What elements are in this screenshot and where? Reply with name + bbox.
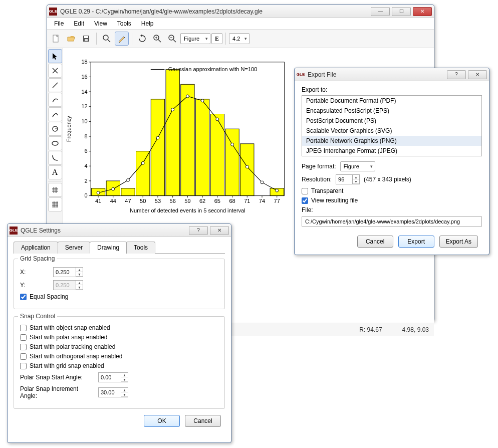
svg-rect-3 [85, 39, 88, 41]
export-as-button[interactable]: Export As [439, 236, 478, 248]
save-file-icon[interactable] [79, 32, 93, 46]
zoom-out-icon[interactable] [165, 32, 179, 46]
polar-start-label: Polar Snap Start Angle: [20, 374, 94, 381]
polar-tracking-check[interactable]: Start with polar tracking enabled [20, 343, 218, 350]
file-path-input[interactable] [302, 216, 482, 227]
line-tool-icon[interactable] [48, 78, 62, 92]
menu-edit[interactable]: Edit [70, 19, 88, 28]
format-item[interactable]: Scalable Vector Graphics (SVG) [302, 126, 481, 136]
polar-snap-check[interactable]: Start with polar snap enabled [20, 334, 218, 341]
format-list[interactable]: Portable Document Format (PDF)Encapsulat… [302, 95, 482, 156]
svg-point-50 [156, 136, 159, 139]
arc-tool-icon[interactable] [48, 93, 62, 107]
app-icon: GLE [49, 8, 57, 16]
tangent-tool-icon[interactable] [48, 107, 62, 121]
format-item[interactable]: Portable Document Format (PDF) [302, 96, 481, 106]
format-item[interactable]: JPEG Interchange Format (JPEG) [302, 146, 481, 156]
polar-start-input[interactable] [99, 373, 121, 382]
grid-snap-check[interactable]: Start with grid snap enabled [20, 362, 218, 369]
export-cancel-button[interactable]: Cancel [357, 236, 393, 248]
grid2-tool-icon[interactable] [48, 197, 62, 211]
text-tool-icon[interactable]: A [48, 165, 62, 179]
cancel-button[interactable]: Cancel [185, 415, 221, 427]
maximize-button[interactable]: ☐ [392, 7, 411, 16]
transparent-check[interactable]: Transparent [302, 187, 482, 194]
svg-line-15 [53, 83, 58, 88]
equal-spacing-check[interactable]: Equal Spacing [20, 293, 218, 300]
grid-tool-icon[interactable] [48, 183, 62, 197]
format-item[interactable]: Encapsulated PostScript (EPS) [302, 106, 481, 116]
menu-view[interactable]: View [90, 19, 111, 28]
resolution-stepper[interactable]: ▲▼ [336, 174, 360, 184]
zoom-in-icon[interactable] [150, 32, 164, 46]
svg-text:18: 18 [81, 59, 87, 65]
svg-text:12: 12 [81, 103, 87, 109]
menu-help[interactable]: Help [137, 19, 158, 28]
tab-server[interactable]: Server [58, 242, 90, 254]
svg-point-49 [141, 161, 144, 164]
svg-text:4: 4 [85, 163, 88, 169]
reload-icon[interactable] [135, 32, 149, 46]
new-file-icon[interactable] [49, 32, 63, 46]
x-stepper[interactable]: ▲▼ [53, 267, 83, 277]
page-format-select[interactable]: Figure [340, 161, 375, 171]
page-format-label: Page format: [302, 163, 336, 170]
svg-point-19 [52, 141, 58, 145]
help-button[interactable]: ? [447, 70, 466, 79]
curve-tool-icon[interactable] [48, 151, 62, 165]
figure-select[interactable]: Figure [180, 33, 210, 44]
app-icon: GLE [297, 71, 305, 79]
svg-text:62: 62 [199, 198, 205, 204]
zoom-level-select[interactable]: 4.2 [229, 33, 250, 44]
tab-application[interactable]: Application [14, 242, 58, 254]
tab-drawing[interactable]: Drawing [90, 242, 127, 254]
export-titlebar: GLE Export File ? ✕ [295, 68, 489, 81]
close-button[interactable]: ✕ [468, 70, 487, 79]
svg-rect-39 [166, 70, 179, 196]
help-button[interactable]: ? [189, 226, 208, 235]
ok-button[interactable]: OK [144, 415, 180, 427]
menu-tools[interactable]: Tools [113, 19, 135, 28]
resolution-note: (457 x 343 pixels) [364, 176, 411, 183]
view-resulting-check[interactable]: View resulting file [302, 197, 482, 204]
svg-text:41: 41 [95, 198, 101, 204]
export-button[interactable]: Export [398, 236, 434, 248]
format-item[interactable]: PostScript Document (PS) [302, 116, 481, 126]
y-input [54, 281, 76, 290]
snap-control-legend: Snap Control [18, 313, 57, 320]
svg-text:47: 47 [125, 198, 131, 204]
tab-tools[interactable]: Tools [126, 242, 155, 254]
e-button[interactable]: E [211, 33, 222, 44]
svg-point-4 [103, 35, 108, 40]
object-snap-check[interactable]: Start with object snap enabled [20, 324, 218, 331]
close-button[interactable]: ✕ [210, 226, 229, 235]
open-file-icon[interactable] [64, 32, 78, 46]
close-button[interactable]: ✕ [413, 7, 432, 16]
zoom-icon[interactable] [100, 32, 114, 46]
menu-file[interactable]: File [50, 19, 68, 28]
svg-point-47 [112, 187, 115, 190]
circle-tool-icon[interactable] [48, 122, 62, 136]
pencil-icon[interactable] [115, 32, 129, 46]
orthogonal-snap-check[interactable]: Start with orthogonal snap enabled [20, 353, 218, 360]
file-label: File: [302, 206, 482, 213]
ellipse-tool-icon[interactable] [48, 136, 62, 150]
polar-inc-input[interactable] [99, 388, 121, 397]
settings-titlebar: GLE QGLE Settings ? ✕ [8, 224, 231, 237]
resolution-input[interactable] [336, 175, 352, 184]
svg-point-52 [186, 95, 189, 98]
cross-tool-icon[interactable] [48, 64, 62, 78]
svg-point-48 [127, 179, 130, 182]
svg-text:2: 2 [85, 178, 88, 184]
format-item[interactable]: Portable Network Graphics (PNG) [302, 136, 481, 146]
svg-point-57 [261, 181, 264, 184]
polar-inc-stepper[interactable]: ▲▼ [98, 387, 128, 397]
minimize-button[interactable]: — [371, 7, 390, 16]
x-input[interactable] [54, 268, 76, 277]
svg-line-5 [108, 40, 110, 42]
polar-start-stepper[interactable]: ▲▼ [98, 372, 128, 382]
svg-text:77: 77 [274, 198, 280, 204]
svg-text:74: 74 [259, 198, 265, 204]
settings-tabs: Application Server Drawing Tools [14, 241, 225, 254]
pointer-tool-icon[interactable] [48, 49, 62, 63]
